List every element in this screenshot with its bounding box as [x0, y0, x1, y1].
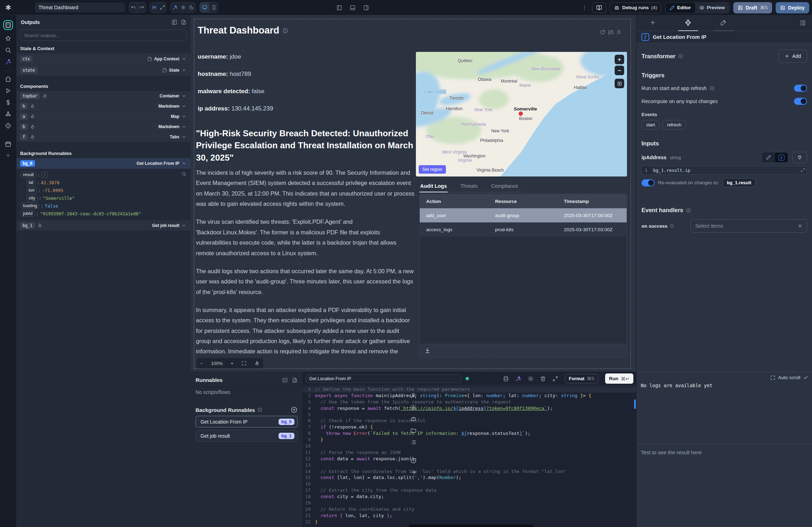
chevron-down-icon[interactable]: [181, 68, 186, 73]
input-expression[interactable]: 1 bg_1.result.ip: [641, 166, 807, 175]
debug-runs-button[interactable]: Debug runs (4): [610, 2, 661, 13]
app-title-input[interactable]: Threat Dashboard: [35, 2, 125, 12]
chevron-up-icon[interactable]: [181, 161, 186, 166]
rail-schedules-icon[interactable]: [5, 141, 11, 147]
trigger-recompute-toggle[interactable]: [794, 98, 807, 105]
recompute-indicator[interactable]: (2): [600, 29, 621, 35]
output-json-row[interactable]: lat : 42.3876: [21, 179, 187, 186]
tab[interactable]: Threats: [460, 182, 478, 192]
output-json-row[interactable]: lon : -71.0995: [21, 186, 187, 194]
script-name-input[interactable]: Get Location From IP: [306, 375, 461, 383]
trigger-start-toggle[interactable]: [794, 85, 807, 92]
rail-user-icon[interactable]: [410, 393, 417, 399]
table-row[interactable]: add_user audit-group 2025-03-30T17:00:00…: [420, 208, 627, 222]
search-outputs-input[interactable]: Search outputs...: [20, 30, 187, 41]
insert-component-tab[interactable]: [643, 15, 663, 31]
run-button[interactable]: Run⌘↵: [605, 373, 633, 384]
outputs-doc-icon[interactable]: [181, 19, 186, 25]
tab-editor[interactable]: Editor: [665, 3, 695, 13]
static-mode-icon[interactable]: [762, 153, 775, 162]
connect-input-icon[interactable]: [792, 152, 807, 163]
rail-workers-icon[interactable]: [410, 416, 417, 422]
desktop-view-icon[interactable]: [200, 2, 210, 12]
chevron-down-icon[interactable]: [181, 124, 186, 129]
search-result-icon[interactable]: [181, 172, 186, 176]
eval-mode-icon[interactable]: f: [775, 153, 788, 162]
toggle-bottom-panel-icon[interactable]: [350, 5, 356, 11]
column-action[interactable]: Action: [420, 199, 489, 204]
component-row[interactable]: topbar Container: [17, 91, 191, 101]
docs-button[interactable]: [592, 2, 606, 13]
set-region-button[interactable]: Set region: [419, 165, 446, 174]
rail-settings-icon[interactable]: [410, 404, 417, 411]
runnables-doc-icon[interactable]: [292, 377, 298, 383]
zoom-out-button[interactable]: −: [200, 361, 203, 366]
auto-theme-icon[interactable]: [171, 2, 179, 12]
chevron-down-icon[interactable]: [181, 56, 186, 61]
component-row[interactable]: a Map: [17, 112, 191, 122]
event-chip[interactable]: start: [641, 120, 659, 130]
tab[interactable]: Compliance: [490, 182, 519, 192]
on-success-select[interactable]: Select items: [691, 219, 807, 233]
rail-help-icon[interactable]: [410, 457, 417, 464]
expand-expr-icon[interactable]: [801, 168, 805, 172]
chevron-down-icon[interactable]: [181, 94, 186, 98]
expand-logs-icon[interactable]: [770, 375, 775, 380]
fit-view-icon[interactable]: [241, 361, 246, 366]
styling-tab[interactable]: [714, 15, 733, 31]
toggle-left-panel-icon[interactable]: [336, 5, 342, 11]
collapse-panel-icon[interactable]: [172, 19, 177, 25]
toggle-right-panel-icon[interactable]: [363, 5, 369, 11]
more-menu-icon[interactable]: ⋮: [580, 4, 589, 11]
column-resource[interactable]: Resource: [489, 199, 557, 204]
component-row[interactable]: b Markdown: [17, 122, 191, 132]
pan-hand-icon[interactable]: [255, 361, 259, 366]
rail-expand-icon[interactable]: [410, 469, 417, 475]
database-icon[interactable]: [503, 376, 509, 382]
state-row[interactable]: ctx App Context: [17, 53, 191, 65]
rail-runs-icon[interactable]: [5, 88, 11, 94]
rail-folders-icon[interactable]: [410, 427, 417, 434]
component-row[interactable]: f Tabs: [17, 132, 191, 142]
rail-resources-icon[interactable]: [5, 111, 11, 117]
event-chip[interactable]: refresh: [662, 120, 686, 130]
chevron-down-icon[interactable]: [181, 134, 186, 139]
rail-ai-icon[interactable]: [5, 59, 11, 65]
download-icon[interactable]: [425, 348, 430, 353]
column-timestamp[interactable]: Timestamp: [557, 199, 626, 204]
auto-scroll-checkbox[interactable]: [803, 375, 808, 380]
draft-button[interactable]: Draft ⌘S: [733, 2, 772, 13]
map-zoom-in-button[interactable]: +: [615, 55, 624, 64]
table-row[interactable]: access_logs prod-k8s 2025-03-30T17:03:00…: [420, 222, 627, 236]
tab[interactable]: Audit Logs: [419, 182, 448, 192]
output-json-row[interactable]: result : -: [21, 171, 187, 179]
windmill-logo-icon[interactable]: ✻: [0, 4, 17, 12]
rail-logs-icon[interactable]: [410, 439, 417, 445]
info-icon[interactable]: [282, 28, 288, 34]
dark-theme-icon[interactable]: [187, 2, 195, 12]
info-icon[interactable]: [678, 54, 683, 59]
light-theme-icon[interactable]: [179, 2, 187, 12]
component-row[interactable]: h Markdown: [17, 101, 191, 112]
app-canvas[interactable]: Threat Dashboard (2) username: jdoe host…: [191, 15, 636, 372]
output-json-row[interactable]: jobId : "0199390f-2843-ceac-dc03-cf8b242…: [21, 210, 187, 217]
spacing-icon[interactable]: [150, 2, 158, 12]
rail-alerts-icon[interactable]: [5, 122, 11, 129]
chevron-down-icon[interactable]: [181, 223, 186, 228]
settings-tab[interactable]: [678, 15, 698, 31]
mobile-view-icon[interactable]: [210, 2, 218, 12]
rail-favorites-icon[interactable]: [5, 35, 11, 42]
redo-button[interactable]: [137, 2, 145, 12]
reeval-toggle[interactable]: [641, 179, 655, 186]
bg1-row[interactable]: bg_1 Get job result: [17, 220, 191, 231]
info-icon[interactable]: [686, 208, 691, 213]
output-json-row[interactable]: city : "Somerville": [21, 194, 187, 202]
deploy-button[interactable]: Deploy: [776, 2, 809, 13]
clear-select-icon[interactable]: [798, 223, 802, 228]
ai-assist-icon[interactable]: [515, 376, 521, 382]
rail-add-icon[interactable]: [5, 152, 11, 158]
tab-preview[interactable]: Preview: [695, 3, 729, 13]
output-json-row[interactable]: loading : false: [21, 202, 187, 210]
script-settings-icon[interactable]: [528, 376, 533, 382]
collapse-inspector-icon[interactable]: [800, 20, 806, 26]
